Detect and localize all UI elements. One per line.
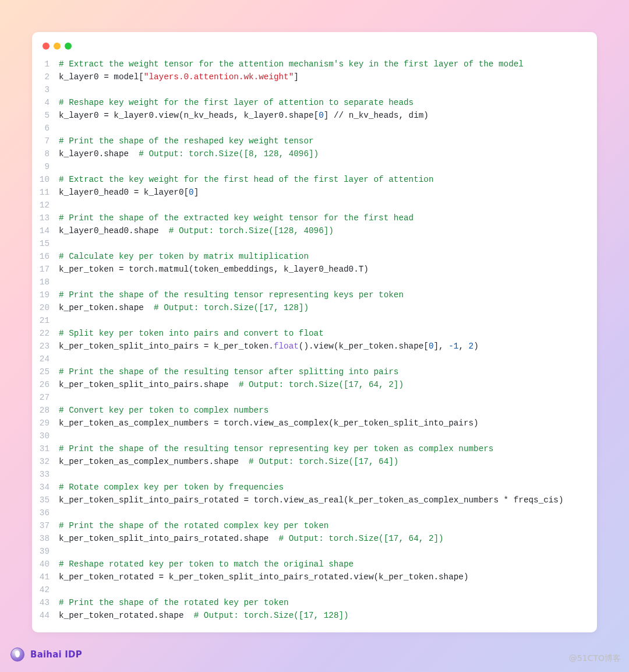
line-content: # Split key per token into pairs and con… — [59, 327, 324, 340]
code-token: k_per_token_rotated.shape — [59, 611, 194, 620]
line-content: k_per_token_rotated.shape # Output: torc… — [59, 609, 349, 622]
code-line: 42 — [32, 583, 584, 596]
code-token: k_per_token_as_complex_numbers.shape — [59, 457, 249, 466]
code-token: # Print the shape of the rotated complex… — [59, 521, 328, 530]
line-content: # Convert key per token to complex numbe… — [59, 404, 268, 417]
code-line: 27 — [32, 391, 584, 404]
code-token: ] — [294, 72, 299, 82]
code-line: 8k_layer0.shape # Output: torch.Size([8,… — [32, 147, 584, 160]
line-content: # Print the shape of the resulting tenso… — [59, 442, 493, 455]
code-token: # Print the shape of the rotated key per… — [59, 598, 289, 607]
brand-logo-icon — [10, 648, 24, 662]
code-token: # Print the shape of the resulting tenso… — [59, 367, 398, 377]
code-token: 2 — [469, 342, 474, 351]
code-token: # Print the shape of the resulting tenso… — [59, 290, 404, 300]
code-line: 2k_layer0 = model["layers.0.attention.wk… — [32, 71, 584, 83]
code-token: , — [458, 342, 468, 351]
line-content: # Print the shape of the rotated key per… — [59, 596, 289, 609]
code-token: # Output: torch.Size([17, 128]) — [194, 611, 349, 620]
code-line: 3 — [32, 83, 584, 96]
code-token: k_layer0 = model[ — [59, 72, 144, 82]
line-content: k_per_token_as_complex_numbers.shape # O… — [59, 455, 398, 468]
code-token: k_layer0_head0.shape — [59, 226, 169, 235]
code-token: k_layer0.shape — [59, 149, 139, 159]
code-token: float — [274, 342, 299, 351]
code-line: 13# Print the shape of the extracted key… — [32, 212, 584, 224]
line-number: 2 — [32, 71, 59, 83]
code-area: 1# Extract the weight tensor for the att… — [32, 58, 597, 622]
line-number: 42 — [32, 583, 59, 596]
line-content: # Reshape key weight for the first layer… — [59, 96, 414, 109]
line-number: 20 — [32, 301, 59, 314]
line-number: 6 — [32, 122, 59, 135]
line-content: k_per_token.shape # Output: torch.Size([… — [59, 301, 309, 314]
line-number: 10 — [32, 173, 59, 186]
line-number: 1 — [32, 58, 59, 71]
line-number: 5 — [32, 109, 59, 122]
code-token: k_per_token_as_complex_numbers = torch.v… — [59, 418, 479, 428]
code-token: # Convert key per token to complex numbe… — [59, 406, 268, 415]
line-content: k_layer0_head0.shape # Output: torch.Siz… — [59, 224, 334, 237]
code-token: # Print the shape of the reshaped key we… — [59, 136, 314, 146]
line-number: 25 — [32, 365, 59, 378]
line-number: 29 — [32, 417, 59, 430]
code-line: 4# Reshape key weight for the first laye… — [32, 96, 584, 109]
line-content: k_per_token_split_into_pairs.shape # Out… — [59, 378, 404, 391]
line-content: # Extract the key weight for the first h… — [59, 173, 433, 186]
code-line: 23k_per_token_split_into_pairs = k_per_t… — [32, 340, 584, 353]
line-content: k_per_token_rotated = k_per_token_split_… — [59, 571, 469, 583]
line-number: 16 — [32, 250, 59, 263]
footer: Baihai IDP — [10, 648, 82, 662]
code-line: 31# Print the shape of the resulting ten… — [32, 442, 584, 455]
code-token: # Output: torch.Size([17, 64, 2]) — [279, 534, 444, 543]
code-line: 29k_per_token_as_complex_numbers = torch… — [32, 417, 584, 430]
line-number: 44 — [32, 609, 59, 622]
line-number: 24 — [32, 353, 59, 365]
line-number: 17 — [32, 263, 59, 276]
brand-name: Baihai IDP — [30, 649, 82, 660]
code-token: 0 — [189, 188, 194, 197]
line-content: k_per_token = torch.matmul(token_embeddi… — [59, 263, 369, 276]
code-token: # Print the shape of the extracted key w… — [59, 213, 414, 223]
code-line: 5k_layer0 = k_layer0.view(n_kv_heads, k_… — [32, 109, 584, 122]
code-token: # Output: torch.Size([17, 64, 2]) — [239, 380, 404, 389]
line-content: k_per_token_split_into_pairs = k_per_tok… — [59, 340, 479, 353]
code-line: 25# Print the shape of the resulting ten… — [32, 365, 584, 378]
line-number: 21 — [32, 314, 59, 327]
line-content: # Print the shape of the resulting tenso… — [59, 365, 398, 378]
line-number: 7 — [32, 135, 59, 147]
code-token: # Output: torch.Size([17, 64]) — [249, 457, 398, 466]
line-content: k_layer0 = model["layers.0.attention.wk.… — [59, 71, 299, 83]
code-token: ().view(k_per_token.shape[ — [299, 342, 429, 351]
code-line: 19# Print the shape of the resulting ten… — [32, 288, 584, 301]
line-number: 43 — [32, 596, 59, 609]
code-token: k_per_token_split_into_pairs.shape — [59, 380, 239, 389]
code-line: 7# Print the shape of the reshaped key w… — [32, 135, 584, 147]
code-line: 41k_per_token_rotated = k_per_token_spli… — [32, 571, 584, 583]
window-traffic-lights — [32, 41, 597, 58]
code-line: 20k_per_token.shape # Output: torch.Size… — [32, 301, 584, 314]
line-number: 23 — [32, 340, 59, 353]
code-token: -1 — [448, 342, 458, 351]
line-content: k_per_token_as_complex_numbers = torch.v… — [59, 417, 479, 430]
line-content: # Reshape rotated key per token to match… — [59, 558, 354, 571]
code-token: # Extract the key weight for the first h… — [59, 175, 433, 184]
minimize-icon[interactable] — [54, 43, 61, 50]
line-number: 33 — [32, 468, 59, 481]
line-number: 32 — [32, 455, 59, 468]
maximize-icon[interactable] — [65, 43, 72, 50]
line-number: 4 — [32, 96, 59, 109]
code-token: k_per_token_split_into_pairs_rotated.sha… — [59, 534, 279, 543]
code-line: 44k_per_token_rotated.shape # Output: to… — [32, 609, 584, 622]
code-line: 14k_layer0_head0.shape # Output: torch.S… — [32, 224, 584, 237]
line-number: 28 — [32, 404, 59, 417]
code-token: 0 — [319, 111, 324, 120]
code-line: 17k_per_token = torch.matmul(token_embed… — [32, 263, 584, 276]
close-icon[interactable] — [43, 43, 50, 50]
line-number: 18 — [32, 276, 59, 288]
line-content: # Print the shape of the resulting tenso… — [59, 288, 404, 301]
line-number: 38 — [32, 532, 59, 545]
code-token: k_per_token.shape — [59, 303, 154, 312]
line-number: 14 — [32, 224, 59, 237]
code-line: 18 — [32, 276, 584, 288]
